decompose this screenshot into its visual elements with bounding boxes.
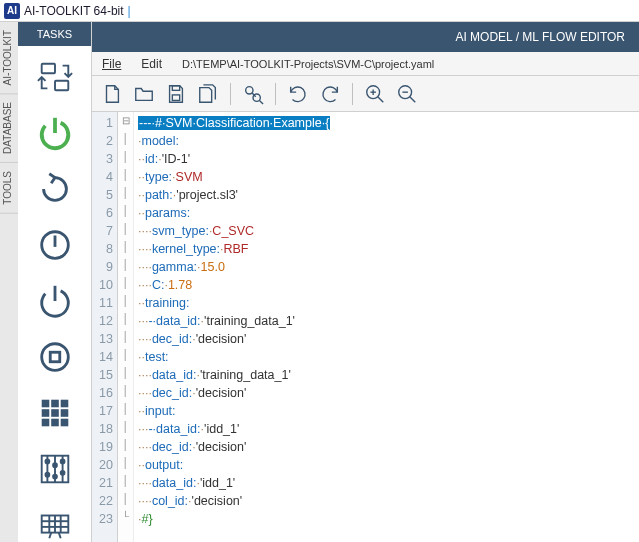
grid-icon[interactable] bbox=[32, 390, 78, 436]
sidebar: TASKS bbox=[18, 22, 92, 542]
svg-rect-0 bbox=[41, 64, 54, 73]
line-gutter: 1234567891011121314151617181920212223 bbox=[92, 112, 118, 542]
tab-ai-toolkit[interactable]: AI-TOOLKIT bbox=[0, 22, 18, 94]
svg-rect-16 bbox=[41, 419, 49, 427]
file-path: D:\TEMP\AI-TOOLKIT-Projects\SVM-C\projec… bbox=[172, 54, 444, 74]
svg-line-48 bbox=[410, 96, 416, 102]
menu-edit[interactable]: Edit bbox=[131, 53, 172, 75]
svg-rect-18 bbox=[60, 419, 68, 427]
toolbar-separator bbox=[352, 83, 353, 105]
open-folder-icon[interactable] bbox=[130, 80, 158, 108]
power-on-icon[interactable] bbox=[32, 110, 78, 156]
save-all-icon[interactable] bbox=[194, 80, 222, 108]
app-logo-icon: AI bbox=[4, 3, 20, 19]
editor-header: AI MODEL / ML FLOW EDITOR bbox=[92, 22, 639, 52]
tab-database[interactable]: DATABASE bbox=[0, 94, 18, 163]
zoom-in-icon[interactable] bbox=[361, 80, 389, 108]
menu-bar: File Edit D:\TEMP\AI-TOOLKIT-Projects\SV… bbox=[92, 52, 639, 76]
svg-rect-10 bbox=[41, 400, 49, 408]
standby-icon[interactable] bbox=[32, 222, 78, 268]
sync-icon[interactable] bbox=[32, 54, 78, 100]
code-editor[interactable]: 1234567891011121314151617181920212223 ⊟│… bbox=[92, 112, 639, 542]
abacus-icon[interactable] bbox=[32, 446, 78, 492]
new-file-icon[interactable] bbox=[98, 80, 126, 108]
svg-point-24 bbox=[53, 463, 57, 467]
svg-point-27 bbox=[53, 475, 57, 479]
save-icon[interactable] bbox=[162, 80, 190, 108]
svg-rect-11 bbox=[51, 400, 59, 408]
svg-point-8 bbox=[41, 344, 68, 371]
fold-column[interactable]: ⊟│││││││││││││││││││││└ bbox=[118, 112, 134, 542]
svg-rect-12 bbox=[60, 400, 68, 408]
toolbar bbox=[92, 76, 639, 112]
svg-point-28 bbox=[60, 471, 64, 475]
sidebar-header: TASKS bbox=[18, 22, 91, 46]
svg-line-42 bbox=[259, 100, 263, 104]
svg-rect-9 bbox=[50, 352, 60, 362]
code-area[interactable]: ---·#·SVM·Classification·Example·{·model… bbox=[134, 112, 639, 542]
restart-icon[interactable] bbox=[32, 166, 78, 212]
svg-rect-17 bbox=[51, 419, 59, 427]
main-panel: AI MODEL / ML FLOW EDITOR File Edit D:\T… bbox=[92, 22, 639, 542]
find-icon[interactable] bbox=[239, 80, 267, 108]
svg-point-25 bbox=[60, 460, 64, 464]
svg-rect-1 bbox=[55, 81, 68, 91]
redo-icon[interactable] bbox=[316, 80, 344, 108]
svg-point-41 bbox=[253, 94, 260, 101]
undo-icon[interactable] bbox=[284, 80, 312, 108]
svg-rect-38 bbox=[172, 94, 179, 100]
tab-tools[interactable]: TOOLS bbox=[0, 163, 18, 214]
solar-panel-icon[interactable] bbox=[32, 502, 78, 542]
svg-point-39 bbox=[246, 86, 253, 93]
svg-rect-13 bbox=[41, 409, 49, 417]
svg-rect-14 bbox=[51, 409, 59, 417]
vertical-tabs: AI-TOOLKIT DATABASE TOOLS bbox=[0, 22, 18, 542]
svg-point-23 bbox=[45, 460, 49, 464]
svg-point-26 bbox=[45, 473, 49, 477]
toolbar-separator bbox=[230, 83, 231, 105]
stop-icon[interactable] bbox=[32, 334, 78, 380]
title-divider: | bbox=[128, 4, 131, 18]
toolbar-separator bbox=[275, 83, 276, 105]
svg-rect-15 bbox=[60, 409, 68, 417]
title-bar: AI AI-TOOLKIT 64-bit | bbox=[0, 0, 639, 22]
svg-line-44 bbox=[378, 96, 384, 102]
menu-file[interactable]: File bbox=[92, 53, 131, 75]
power-off-icon[interactable] bbox=[32, 278, 78, 324]
svg-rect-37 bbox=[172, 85, 179, 90]
zoom-out-icon[interactable] bbox=[393, 80, 421, 108]
app-title: AI-TOOLKIT 64-bit bbox=[24, 4, 124, 18]
